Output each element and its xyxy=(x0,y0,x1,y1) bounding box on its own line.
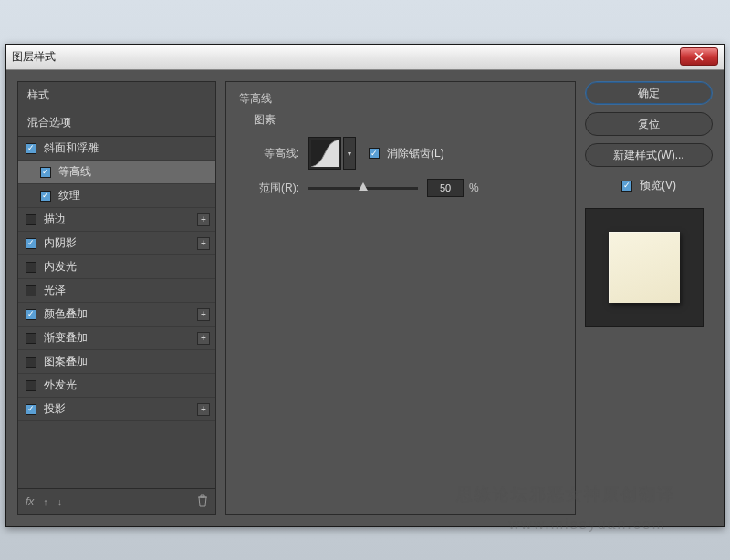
effect-row[interactable]: 投影+ xyxy=(18,398,215,421)
antialias-label: 消除锯齿(L) xyxy=(387,146,444,161)
effect-row[interactable]: 外发光 xyxy=(18,374,215,398)
trash-icon[interactable] xyxy=(197,494,208,509)
effect-row[interactable]: 斜面和浮雕 xyxy=(18,137,215,161)
preview-thumbnail xyxy=(585,208,704,327)
effect-checkbox[interactable] xyxy=(40,191,51,202)
effect-checkbox[interactable] xyxy=(26,285,36,296)
effect-label: 内发光 xyxy=(44,259,77,275)
add-effect-icon[interactable]: + xyxy=(197,403,210,416)
effect-label: 图案叠加 xyxy=(44,354,88,369)
effect-checkbox[interactable] xyxy=(26,143,36,154)
effect-label: 投影 xyxy=(44,401,66,417)
preview-checkbox[interactable] xyxy=(621,181,632,192)
section-title: 等高线 xyxy=(239,91,562,107)
effect-checkbox[interactable] xyxy=(26,357,36,368)
effect-checkbox[interactable] xyxy=(26,238,36,249)
close-button[interactable] xyxy=(680,47,718,66)
contour-picker[interactable] xyxy=(308,137,341,170)
effect-row[interactable]: 图案叠加 xyxy=(18,350,215,374)
effect-label: 渐变叠加 xyxy=(44,330,88,346)
effect-row[interactable]: 等高线 xyxy=(18,161,215,184)
effect-label: 纹理 xyxy=(58,188,80,203)
add-effect-icon[interactable]: + xyxy=(197,332,210,345)
effect-row[interactable]: 内阴影+ xyxy=(18,232,215,255)
effects-footer: fx ↑ ↓ xyxy=(18,488,215,514)
new-style-button[interactable]: 新建样式(W)... xyxy=(585,143,713,167)
settings-panel: 等高线 图素 等高线: ▾ 消除锯齿(L) 范围(R): xyxy=(225,81,576,515)
styles-header[interactable]: 样式 xyxy=(18,82,215,109)
fx-icon[interactable]: fx xyxy=(26,495,34,508)
effects-list-panel: 样式 混合选项 斜面和浮雕等高线纹理描边+内阴影+内发光光泽颜色叠加+渐变叠加+… xyxy=(17,81,216,515)
effect-checkbox[interactable] xyxy=(26,309,36,320)
layer-style-dialog: 图层样式 样式 混合选项 斜面和浮雕等高线纹理描边+内阴影+内发光光泽颜色叠加+… xyxy=(5,44,725,527)
down-arrow-icon[interactable]: ↓ xyxy=(57,496,63,507)
effect-label: 颜色叠加 xyxy=(44,306,88,322)
effect-checkbox[interactable] xyxy=(40,167,51,178)
reset-button[interactable]: 复位 xyxy=(585,112,713,136)
titlebar[interactable]: 图层样式 xyxy=(6,45,724,70)
effect-checkbox[interactable] xyxy=(26,214,36,225)
ok-button[interactable]: 确定 xyxy=(585,81,713,105)
effect-checkbox[interactable] xyxy=(26,262,36,273)
range-input[interactable] xyxy=(427,179,464,197)
range-unit: % xyxy=(469,181,479,194)
subsection-title: 图素 xyxy=(245,112,562,128)
up-arrow-icon[interactable]: ↑ xyxy=(43,496,48,507)
range-label: 范围(R): xyxy=(245,181,299,196)
slider-thumb-icon[interactable] xyxy=(359,182,368,191)
add-effect-icon[interactable]: + xyxy=(197,237,210,250)
effect-checkbox[interactable] xyxy=(26,404,36,415)
preview-swatch xyxy=(609,232,680,303)
action-panel: 确定 复位 新建样式(W)... 预览(V) xyxy=(585,81,713,515)
effect-checkbox[interactable] xyxy=(26,380,36,391)
preview-label: 预览(V) xyxy=(640,178,676,193)
effect-row[interactable]: 颜色叠加+ xyxy=(18,303,215,327)
close-icon xyxy=(694,52,704,61)
antialias-checkbox[interactable] xyxy=(369,148,380,159)
range-slider[interactable] xyxy=(308,187,418,190)
effect-checkbox[interactable] xyxy=(26,333,36,344)
effect-label: 描边 xyxy=(44,212,66,227)
add-effect-icon[interactable]: + xyxy=(197,213,210,226)
effect-row[interactable]: 光泽 xyxy=(18,279,215,303)
contour-dropdown-icon[interactable]: ▾ xyxy=(343,137,356,170)
effect-label: 等高线 xyxy=(58,164,91,180)
window-title: 图层样式 xyxy=(12,49,56,65)
contour-label: 等高线: xyxy=(245,146,299,161)
effect-label: 外发光 xyxy=(44,378,77,393)
effect-row[interactable]: 纹理 xyxy=(18,184,215,208)
effect-label: 光泽 xyxy=(44,283,66,298)
add-effect-icon[interactable]: + xyxy=(197,308,210,321)
blend-options-header[interactable]: 混合选项 xyxy=(18,109,215,137)
effect-label: 斜面和浮雕 xyxy=(44,140,99,156)
effect-row[interactable]: 描边+ xyxy=(18,208,215,232)
effect-row[interactable]: 内发光 xyxy=(18,255,215,279)
effect-label: 内阴影 xyxy=(44,235,77,251)
dialog-content: 样式 混合选项 斜面和浮雕等高线纹理描边+内阴影+内发光光泽颜色叠加+渐变叠加+… xyxy=(6,70,724,526)
effect-row[interactable]: 渐变叠加+ xyxy=(18,327,215,350)
